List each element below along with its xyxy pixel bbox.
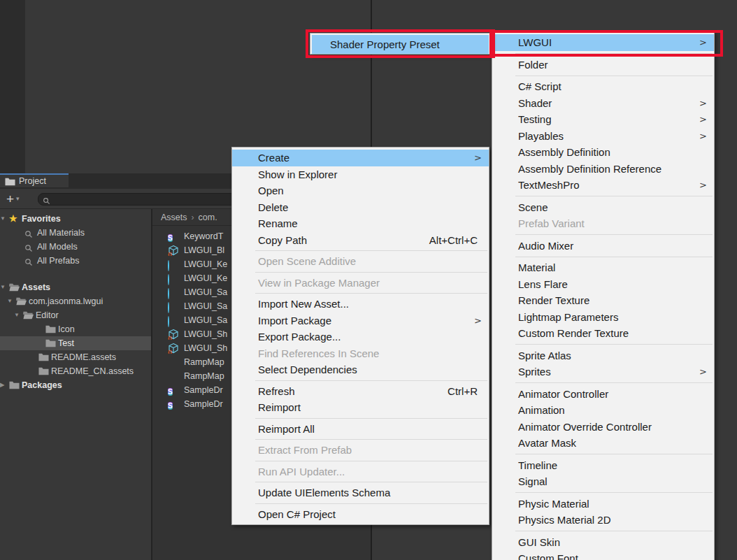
tree-item-favorites[interactable]: ▼★Favorites — [0, 212, 151, 226]
menu-item-lens-flare[interactable]: Lens Flare — [492, 276, 714, 293]
menu-item-audio-mixer[interactable]: Audio Mixer — [492, 238, 714, 254]
breadcrumb-segment[interactable]: Assets — [161, 213, 187, 222]
menu-item-sprites[interactable]: Sprites> — [492, 364, 714, 380]
tree-item-all-materials[interactable]: All Materials — [0, 226, 151, 240]
menu-item-show-in-explorer[interactable]: Show in Explorer — [232, 166, 489, 183]
tree-item-all-models[interactable]: All Models — [0, 240, 151, 254]
foldout-open-icon[interactable]: ▼ — [7, 294, 13, 308]
scriptable-object-icon: {} — [168, 343, 179, 354]
menu-item-avatar-mask[interactable]: Avatar Mask — [492, 435, 714, 452]
menu-item-custom-font[interactable]: Custom Font — [492, 550, 714, 560]
tree-item-readme-cn-assets[interactable]: README_CN.assets — [0, 364, 151, 378]
menu-item-run-api-updater: Run API Updater... — [232, 464, 489, 480]
scriptable-object-icon: {} — [168, 329, 179, 340]
menu-item-label: Shader Property Preset — [330, 38, 440, 50]
menu-item-label: Scene — [518, 201, 548, 213]
folder-icon — [45, 338, 56, 347]
menu-item-update-uielements-schema[interactable]: Update UIElements Schema — [232, 484, 489, 501]
menu-item-label: Assembly Definition — [518, 146, 610, 158]
foldout-open-icon[interactable]: ▼ — [0, 280, 6, 294]
menu-item-label: Prefab Variant — [518, 217, 585, 229]
tree-item-icon[interactable]: Icon — [0, 322, 151, 336]
svg-text:{}: {} — [168, 335, 172, 340]
menu-item-label: Animator Override Controller — [518, 421, 652, 433]
tree-item-com-jasonma-lwgui[interactable]: ▼com.jasonma.lwgui — [0, 294, 151, 308]
menu-item-playables[interactable]: Playables> — [492, 128, 714, 145]
menu-item-reimport[interactable]: Reimport — [232, 399, 489, 416]
menu-item-import-package[interactable]: Import Package> — [232, 313, 489, 329]
submenu-chevron-icon: > — [699, 95, 707, 112]
tree-item-label: All Models — [37, 240, 78, 254]
menu-item-label: Avatar Mask — [518, 437, 576, 449]
menu-item-animator-controller[interactable]: Animator Controller — [492, 386, 714, 403]
menu-item-lwgui[interactable]: LWGUI> — [492, 34, 714, 51]
menu-item-testing[interactable]: Testing> — [492, 111, 714, 128]
menu-item-label: Import Package — [258, 315, 331, 326]
menu-item-open[interactable]: Open — [232, 182, 489, 199]
menu-item-sprite-atlas[interactable]: Sprite Atlas — [492, 347, 714, 364]
tree-item-label: com.jasonma.lwgui — [29, 294, 103, 308]
tree-item-all-prefabs[interactable]: All Prefabs — [0, 254, 151, 268]
menu-item-physic-material[interactable]: Physic Material — [492, 496, 714, 512]
breadcrumb-segment[interactable]: com. — [199, 213, 217, 222]
menu-item-scene[interactable]: Scene — [492, 199, 714, 216]
menu-item-animator-override-controller[interactable]: Animator Override Controller — [492, 419, 714, 436]
menu-item-custom-render-texture[interactable]: Custom Render Texture — [492, 325, 714, 342]
foldout-closed-icon[interactable]: ▶ — [0, 378, 4, 392]
menu-item-create[interactable]: Create> — [232, 150, 489, 166]
tree-item-label: All Materials — [37, 226, 85, 240]
asset-icon-hidden — [168, 371, 179, 382]
menu-item-select-dependencies[interactable]: Select Dependencies — [232, 361, 489, 378]
add-asset-button[interactable]: + — [6, 192, 14, 206]
menu-item-render-texture[interactable]: Render Texture — [492, 292, 714, 309]
project-tab-label: Project — [19, 176, 46, 186]
lwgui-submenu: Shader Property Preset — [310, 33, 491, 55]
menu-item-label: Open Scene Additive — [258, 255, 356, 267]
menu-separator — [255, 461, 487, 461]
menu-item-export-package[interactable]: Export Package... — [232, 329, 489, 345]
menu-item-reimport-all[interactable]: Reimport All — [232, 421, 489, 438]
menu-item-import-new-asset[interactable]: Import New Asset... — [232, 296, 489, 313]
menu-separator — [255, 503, 487, 504]
menu-item-timeline[interactable]: Timeline — [492, 457, 714, 474]
material-asset-icon — [168, 287, 179, 298]
menu-item-c-script[interactable]: C# Script — [492, 78, 714, 95]
menu-item-physics-material-2d[interactable]: Physics Material 2D — [492, 512, 714, 529]
foldout-open-icon[interactable]: ▼ — [0, 212, 6, 226]
menu-item-assembly-definition-reference[interactable]: Assembly Definition Reference — [492, 161, 714, 178]
menu-item-shader[interactable]: Shader> — [492, 95, 714, 112]
tree-item-readme-assets[interactable]: README.assets — [0, 350, 151, 364]
menu-separator — [515, 76, 713, 76]
tree-item-label: README.assets — [51, 350, 116, 364]
menu-item-open-c-project[interactable]: Open C# Project — [232, 506, 489, 523]
menu-item-textmeshpro[interactable]: TextMeshPro> — [492, 177, 714, 194]
menu-item-material[interactable]: Material — [492, 259, 714, 276]
menu-item-label: Extract From Prefab — [258, 444, 352, 456]
tab-project[interactable]: Project — [0, 173, 69, 187]
asset-item-label: SampleDr — [184, 383, 223, 397]
foldout-open-icon[interactable]: ▼ — [14, 308, 20, 322]
menu-item-assembly-definition[interactable]: Assembly Definition — [492, 144, 714, 161]
menu-separator — [255, 380, 487, 381]
folder-open-icon — [23, 310, 34, 320]
menu-item-signal[interactable]: Signal — [492, 473, 714, 490]
menu-item-lightmap-parameters[interactable]: Lightmap Parameters — [492, 309, 714, 326]
tree-item-packages[interactable]: ▶Packages — [0, 378, 151, 392]
menu-item-animation[interactable]: Animation — [492, 402, 714, 419]
chevron-down-icon[interactable]: ▾ — [16, 195, 20, 202]
menu-item-shortcut: Alt+Ctrl+C — [429, 232, 478, 249]
tree-item-test[interactable]: Test — [0, 336, 151, 350]
tree-item-editor[interactable]: ▼Editor — [0, 308, 151, 322]
menu-item-rename[interactable]: Rename — [232, 215, 489, 232]
tree-item-assets[interactable]: ▼Assets — [0, 280, 151, 294]
menu-item-copy-path[interactable]: Copy PathAlt+Ctrl+C — [232, 232, 489, 249]
menu-item-open-scene-additive: Open Scene Additive — [232, 253, 489, 270]
menu-item-label: Animation — [518, 404, 565, 416]
menu-item-refresh[interactable]: RefreshCtrl+R — [232, 383, 489, 400]
menu-separator — [255, 418, 487, 419]
menu-item-delete[interactable]: Delete — [232, 199, 489, 216]
menu-item-folder[interactable]: Folder — [492, 57, 714, 73]
submenu-chevron-icon: > — [474, 313, 482, 329]
menu-item-gui-skin[interactable]: GUI Skin — [492, 534, 714, 551]
menu-item-shader-property-preset[interactable]: Shader Property Preset — [312, 35, 489, 54]
